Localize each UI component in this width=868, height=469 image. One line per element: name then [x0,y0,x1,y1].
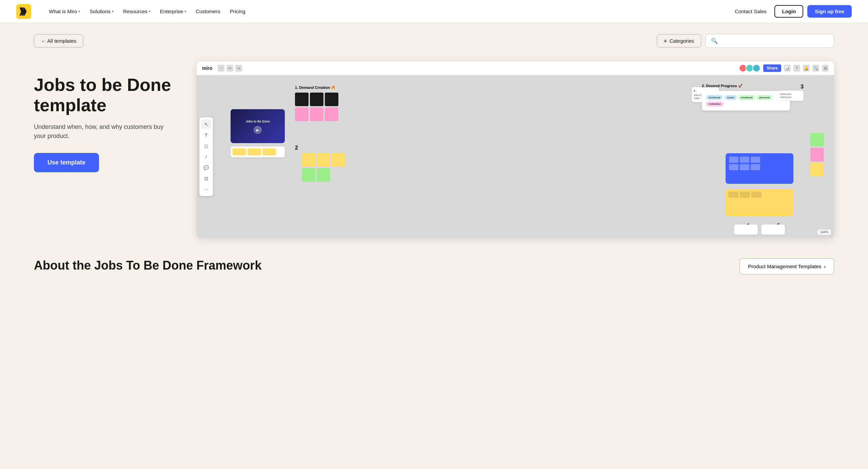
sticky-pink [310,108,323,121]
sticky-pink [325,108,338,121]
preview-logo: miro [202,65,212,71]
more-tools[interactable]: ··· [201,184,211,194]
back-button[interactable]: ← All templates [34,34,83,47]
jtbd-card-title: Jobs to Be Done [244,118,271,124]
help-icon[interactable]: ? [793,65,800,72]
search-icon: 🔍 [711,38,718,44]
sticky-green [302,168,315,182]
frame-tool[interactable]: ⊡ [201,174,211,183]
yellow-card-item [728,192,738,198]
canvas-toolbar: ↖ T ◻ / 💬 ⊡ ··· [199,117,213,196]
bubble-green: personal [756,95,772,100]
miro-logo-icon [16,4,31,19]
chart-icon[interactable]: 📊 [784,65,791,72]
sticky-yellow [262,149,276,155]
bell-icon[interactable]: 🔔 [803,65,810,72]
jtbd-sub-card [231,146,285,157]
preview-canvas[interactable]: ↖ T ◻ / 💬 ⊡ ··· 1 Jobs to be Done note [197,75,834,238]
categories-button[interactable]: ≡ Categories [657,34,701,47]
blue-card-item [740,157,749,163]
search-input[interactable] [721,38,828,44]
bubble-green: emotional [738,95,755,100]
sticky-black [310,93,323,106]
stickies-group-2 [302,153,345,182]
num-label-2: 2 [295,145,298,151]
sticky-pink [810,148,824,161]
sticky-yellow [248,149,261,155]
bottom-title: About the Jobs To Be Done Framework [34,258,261,273]
share-icon[interactable]: ↑ [218,65,224,72]
nav-resources[interactable]: Resources ▾ [119,6,155,17]
sticky-yellow [332,153,345,167]
sticky-yellow [317,153,330,167]
use-template-button[interactable]: Use template [34,153,99,172]
search-icon-preview[interactable]: 🔍 [812,65,819,72]
green-stickies-right [810,133,824,176]
hero-section: Jobs to be Done template Understand when… [34,61,834,238]
nav-what-is-miro[interactable]: What is Miro ▾ [45,6,84,17]
chevron-icon: ▾ [112,9,114,13]
desired-progress-label: 2. Desired Progress 🚀 [702,84,790,88]
grid-icon[interactable]: ⊞ [822,65,829,72]
blue-card-item [729,157,738,163]
preview-right-icons: Share 📊 ? 🔔 🔍 ⊞ [739,64,829,72]
hamburger-icon: ≡ [664,38,667,44]
nav-solutions[interactable]: Solutions ▾ [85,6,118,17]
contact-sales-button[interactable]: Contact Sales [731,6,770,17]
bubble-pink: motivation [706,101,724,106]
note-card-5 [761,224,785,235]
preview-frame: miro ↑ ↩ ↪ Share 📊 ? [197,61,834,238]
login-button[interactable]: Login [774,5,803,18]
chevron-icon: ▾ [149,9,151,13]
text-tool[interactable]: T [201,130,211,140]
page-content: ← All templates ≡ Categories 🔍 Jobs to b… [0,23,868,295]
sticky-pink [295,108,309,121]
jtbd-card: Jobs to Be Done ▶ [231,109,285,143]
zoom-indicator: 144% [818,230,831,235]
blue-card-item [751,157,760,163]
hero-right: miro ↑ ↩ ↪ Share 📊 ? [197,61,834,238]
nav-right: Contact Sales Login Sign up free [731,5,852,18]
nav-pricing[interactable]: Pricing [226,6,250,17]
desired-progress-section: 2. Desired Progress 🚀 functional social … [702,84,790,111]
logo-link[interactable] [16,4,31,19]
product-mgmt-templates-button[interactable]: Product Management Templates › [739,258,834,274]
avatar [752,64,761,72]
nav-enterprise[interactable]: Enterprise ▾ [156,6,190,17]
chevron-icon: ▾ [78,9,80,13]
hero-description: Understand when, how, and why customers … [34,122,176,141]
sticky-green [317,168,330,182]
chevron-right-icon: › [824,263,826,269]
demand-creation-section: 1. Demand Creation 🔥 [295,85,338,122]
preview-topbar-actions: ↑ ↩ ↪ [218,65,242,72]
avatar-cluster [739,64,761,72]
nav-customers[interactable]: Customers [192,6,224,17]
sticky-black [325,93,338,106]
search-box: 🔍 [705,34,834,48]
redo-icon[interactable]: ↪ [235,65,242,72]
yellow-card-item [740,192,750,198]
blue-card-item [740,164,749,170]
blue-card [726,153,793,184]
share-button[interactable]: Share [763,64,781,72]
pen-tool[interactable]: / [201,152,211,161]
signup-button[interactable]: Sign up free [807,5,852,18]
num-label-3: 3 [801,84,804,90]
note-card-4 [734,224,758,235]
canvas-content: 1 Jobs to be Done notes Jobs to Be Done … [214,82,834,238]
sticky-green [810,133,824,146]
comment-tool[interactable]: 💬 [201,163,211,172]
yellow-card [726,189,793,216]
cursor-tool[interactable]: ↖ [201,119,211,129]
note-card-3: Notes and references [778,91,804,101]
play-button[interactable]: ▶ [254,126,262,134]
nav-links: What is Miro ▾ Solutions ▾ Resources ▾ E… [45,6,731,17]
sticky-yellow [233,149,246,155]
navigation: What is Miro ▾ Solutions ▾ Resources ▾ E… [0,0,868,23]
undo-icon[interactable]: ↩ [226,65,233,72]
blue-card-item [729,164,738,170]
sticky-yellow [810,163,824,176]
sticky-yellow [302,153,315,167]
search-area: ≡ Categories 🔍 [657,34,834,48]
shape-tool[interactable]: ◻ [201,141,211,151]
